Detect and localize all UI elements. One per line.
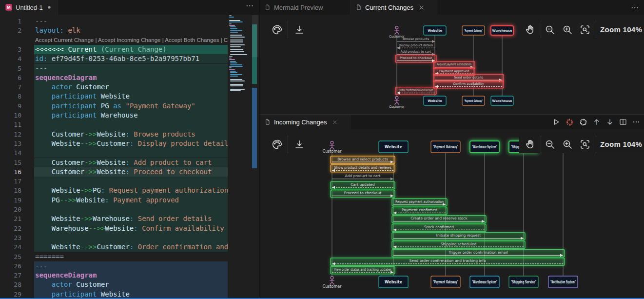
code-text: Customer->>Website: Browse products bbox=[35, 130, 195, 139]
actor-label: Customer bbox=[323, 149, 342, 154]
tab-current-changes[interactable]: Current Changes bbox=[351, 0, 437, 15]
vscode-window: M Untitled-1 ⋯ 1---2layout: elkAccept Cu… bbox=[0, 0, 644, 299]
code-text: PG-->>Website: Payment approved bbox=[35, 196, 179, 205]
message-label: Order confirmation and receipt bbox=[399, 88, 433, 92]
message-label: Add product to cart bbox=[400, 50, 431, 54]
line-number: 12 bbox=[0, 130, 21, 139]
code-text: actor Customer bbox=[35, 82, 109, 92]
merge-region-background bbox=[34, 233, 228, 242]
merge-region-background bbox=[34, 64, 228, 73]
ruler-incoming-change-strip bbox=[252, 88, 257, 168]
editor-more-actions-icon[interactable]: ⋯ bbox=[246, 1, 254, 10]
focus-region-icon[interactable] bbox=[579, 24, 591, 36]
code-line: 10 participant Warehouse bbox=[0, 111, 228, 120]
minimap-line bbox=[230, 90, 241, 91]
code-line: 23 bbox=[0, 233, 228, 242]
participant-label: "Payment Gateway" bbox=[464, 29, 483, 33]
line-number: 24 bbox=[0, 242, 21, 252]
focus-region-icon[interactable] bbox=[579, 139, 591, 150]
line-number: 18 bbox=[0, 186, 21, 195]
modified-dot-icon[interactable] bbox=[46, 4, 53, 11]
navigate-up-icon[interactable] bbox=[592, 118, 601, 126]
message-label: Send order confirmation and tracking inf… bbox=[409, 259, 486, 263]
actor-label: Customer bbox=[389, 105, 405, 109]
tab-incoming-changes[interactable]: Incoming Changes bbox=[259, 115, 351, 129]
line-number: 4 bbox=[0, 54, 21, 63]
participant-label: Website bbox=[428, 29, 442, 33]
codelens-action[interactable]: Accept Current Change bbox=[35, 37, 94, 43]
code-text: Website->>Warehouse: Send order details bbox=[35, 214, 212, 223]
line-number: 14 bbox=[0, 148, 21, 158]
code-line: 13 Website-->>Customer: Display product … bbox=[0, 139, 228, 148]
close-icon[interactable] bbox=[418, 4, 425, 11]
close-icon[interactable] bbox=[332, 119, 338, 125]
tab-title: Untitled-1 bbox=[16, 4, 43, 11]
code-line: 14 bbox=[0, 148, 228, 158]
minimap-line bbox=[230, 28, 237, 29]
line-number: 3 bbox=[0, 45, 21, 54]
split-editor-icon[interactable] bbox=[619, 118, 627, 126]
line-number: 5 bbox=[0, 64, 21, 73]
minimap-line bbox=[229, 69, 235, 70]
code-line: 9 participant PG as "Payment Gateway" bbox=[0, 101, 228, 111]
overview-ruler bbox=[252, 15, 257, 298]
navigate-down-icon[interactable] bbox=[605, 118, 614, 126]
svg-text:M: M bbox=[7, 5, 11, 10]
tab-untitled-1[interactable]: M Untitled-1 bbox=[0, 0, 58, 15]
run-icon[interactable] bbox=[552, 118, 561, 126]
code-line: 24 Website-->>Customer: Order confirmati… bbox=[0, 242, 228, 252]
codelens-action[interactable]: Compare Changes bbox=[224, 37, 228, 43]
current-changes-tabbar: Mermaid Preview Current Changes ⋯ bbox=[259, 0, 644, 15]
arrowhead bbox=[390, 178, 393, 180]
download-icon[interactable] bbox=[293, 139, 305, 150]
code-line: 22 Warehouse-->>Website: Confirm availab… bbox=[0, 224, 228, 233]
line-number: 10 bbox=[0, 111, 21, 120]
code-text: Website->>PG: Request payment authorizat… bbox=[35, 186, 228, 195]
more-actions-icon[interactable] bbox=[632, 118, 641, 126]
palette-icon[interactable] bbox=[271, 24, 283, 36]
panel-more-actions-icon[interactable]: ⋯ bbox=[631, 3, 639, 12]
zoom-in-icon[interactable] bbox=[562, 24, 573, 36]
participant-label: "Notification System" bbox=[550, 280, 576, 284]
minimap-line bbox=[230, 62, 237, 63]
preview-column: Mermaid Preview Current Changes ⋯ Browse… bbox=[259, 0, 644, 298]
mermaid-star-icon[interactable] bbox=[565, 118, 574, 127]
message-label: Payment confirmed bbox=[402, 208, 437, 212]
download-icon[interactable] bbox=[293, 24, 305, 36]
code-text: participant Warehouse bbox=[35, 111, 138, 120]
zoom-in-icon[interactable] bbox=[562, 139, 573, 150]
participant-label: "Payment Gateway" bbox=[433, 280, 458, 284]
code-editor[interactable]: 1---2layout: elkAccept Current Change | … bbox=[0, 15, 228, 298]
hand-pan-icon[interactable] bbox=[524, 139, 536, 150]
scrollbar-slider[interactable] bbox=[252, 15, 258, 57]
code-line: 28 actor Customer bbox=[0, 280, 228, 289]
actor-figure bbox=[394, 26, 399, 35]
editor-tabbar: M Untitled-1 ⋯ bbox=[0, 0, 259, 15]
zoom-out-icon[interactable] bbox=[544, 139, 556, 150]
code-line: 27sequenceDiagram bbox=[0, 271, 228, 280]
sequence-diagram-incoming[interactable]: Browse and select productsShow product d… bbox=[259, 129, 644, 298]
code-text: participant Website bbox=[35, 290, 130, 298]
zoom-out-icon[interactable] bbox=[544, 24, 556, 36]
code-text: --- bbox=[35, 17, 47, 26]
merge-region-background bbox=[34, 205, 228, 214]
codelens-action[interactable]: Accept Incoming Change bbox=[98, 37, 161, 43]
message-label: Display product details bbox=[399, 43, 433, 47]
palette-icon[interactable] bbox=[271, 139, 283, 150]
minimap-line bbox=[230, 41, 243, 42]
ai-swirl-icon[interactable] bbox=[579, 118, 588, 127]
code-line: 26--- bbox=[0, 261, 228, 271]
line-number: 13 bbox=[0, 139, 21, 148]
minimap[interactable] bbox=[229, 15, 252, 122]
minimap-line bbox=[230, 80, 245, 81]
message-label: Shipping scheduled bbox=[441, 242, 477, 246]
code-text: sequenceDiagram bbox=[35, 73, 97, 82]
codelens-action[interactable]: Accept Both Changes bbox=[165, 37, 219, 43]
line-number: 7 bbox=[0, 82, 21, 92]
code-text: layout: elk bbox=[35, 26, 80, 35]
line-number: 21 bbox=[0, 214, 21, 223]
hand-pan-icon[interactable] bbox=[524, 24, 536, 36]
code-line: 4id: ef79d45f-0253-46ab-8ce5-b2a97957bb7… bbox=[0, 54, 228, 63]
tab-mermaid-preview[interactable]: Mermaid Preview bbox=[259, 0, 351, 15]
actor-figure bbox=[394, 97, 399, 105]
